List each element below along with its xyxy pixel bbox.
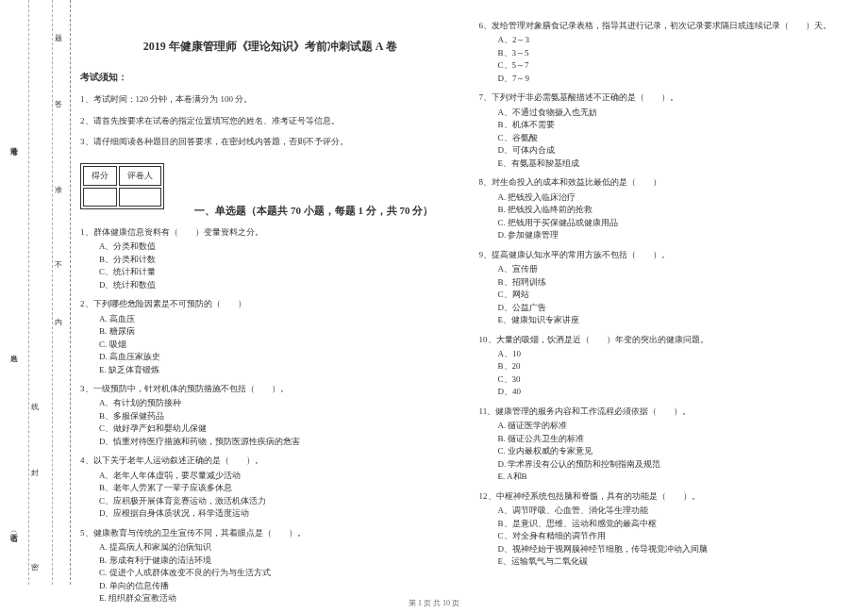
q12-opt-b: B、是意识、思维、运动和感觉的最高中枢 [479, 518, 860, 531]
question-10: 10、大量的吸烟，饮酒是近（ ）年变的突出的健康问题。 A、10 B、20 C、… [479, 333, 860, 399]
right-column: 6、发给管理对象膳食记录表格，指导其进行记录，初次记录要求隔日或连续记录（ ）天… [479, 19, 860, 605]
q4-opt-b: B、老年人劳累了一辈子应该多休息 [80, 482, 460, 495]
question-3-text: 3、一级预防中，针对机体的预防措施不包括（ ）。 [80, 382, 460, 395]
q12-opt-c: C、对全身有精细的调节作用 [479, 530, 860, 543]
q9-opt-d: D、公益广告 [479, 302, 860, 315]
question-12: 12、中枢神经系统包括脑和脊髓，具有的功能是（ ）。 A、调节呼吸、心血管、消化… [479, 489, 860, 569]
q2-opt-c: C. 吸烟 [80, 339, 460, 352]
q11-opt-c: C. 业内最权威的专家意见 [479, 445, 860, 458]
q2-opt-b: B. 糖尿病 [80, 325, 460, 339]
question-8: 8、对生命投入的成本和效益比最低的是（ ） A. 把钱投入临床治疗 B. 把钱投… [479, 175, 860, 241]
q1-opt-b: B、分类和计数 [80, 254, 460, 267]
q7-opt-a: A、不通过食物摄入也无妨 [479, 107, 860, 120]
q6-opt-a: A、2～3 [479, 34, 860, 47]
q1-opt-a: A、分类和数值 [80, 240, 460, 254]
question-11: 11、健康管理的服务内容和工作流程必须依据（ ）。 A. 循证医学的标准 B. … [479, 405, 860, 484]
score-box: 得分 评卷人 [80, 163, 164, 209]
question-5: 5、健康教育与传统的卫生宣传不同，其着眼点是（ ）。 A. 提高病人和家属的治病… [80, 526, 460, 605]
q3-opt-b: B、多服保健药品 [80, 410, 460, 423]
binding-margin: 省（市区） 姓名 准考证号 密 封 线 内 不 准 答 题 [0, 0, 71, 585]
notice-3: 3、请仔细阅读各种题目的回答要求，在密封线内答题，否则不予评分。 [80, 135, 460, 148]
left-column: 2019 年健康管理师《理论知识》考前冲刺试题 A 卷 考试须知： 1、考试时间… [80, 19, 460, 605]
q2-opt-e: E. 缺乏体育锻炼 [80, 364, 460, 377]
q7-opt-c: C、谷氨酸 [479, 132, 860, 145]
question-5-text: 5、健康教育与传统的卫生宣传不同，其着眼点是（ ）。 [80, 526, 460, 539]
q6-opt-d: D、7～9 [479, 73, 860, 86]
question-10-text: 10、大量的吸烟，饮酒是近（ ）年变的突出的健康问题。 [479, 333, 860, 346]
q9-opt-e: E、健康知识专家讲座 [479, 314, 860, 327]
q3-opt-d: D、慎重对待医疗措施和药物，预防医源性疾病的危害 [80, 436, 460, 449]
reviewer-header: 评卷人 [119, 166, 161, 185]
q4-opt-c: C、应积极开展体育竞赛运动，激活机体活力 [80, 495, 460, 508]
q8-opt-b: B. 把钱投入临终前的抢救 [479, 204, 860, 217]
content-area: 2019 年健康管理师《理论知识》考前冲刺试题 A 卷 考试须知： 1、考试时间… [80, 19, 859, 605]
q11-opt-e: E. A和B [479, 471, 860, 484]
q5-opt-d: D. 单向的信息传播 [80, 580, 460, 593]
q11-opt-d: D. 学术界没有公认的预防和控制指南及规范 [479, 458, 860, 472]
q4-opt-d: D、应根据自身体质状况，科学适度运动 [80, 507, 460, 521]
question-3: 3、一级预防中，针对机体的预防措施不包括（ ）。 A、有计划的预防接种 B、多服… [80, 382, 460, 448]
exam-title: 2019 年健康管理师《理论知识》考前冲刺试题 A 卷 [80, 38, 460, 56]
q12-opt-a: A、调节呼吸、心血管、消化等生理功能 [479, 505, 860, 518]
section-1-title: 一、单选题（本题共 70 小题，每题 1 分，共 70 分） [194, 203, 433, 220]
q7-opt-b: B、机体不需要 [479, 119, 860, 132]
score-cell [83, 188, 117, 207]
exam-page: 省（市区） 姓名 准考证号 密 封 线 内 不 准 答 题 2019 年健康管理… [0, 0, 868, 613]
notice-2: 2、请首先按要求在试卷的指定位置填写您的姓名、准考证号等信息。 [80, 114, 460, 127]
q3-opt-c: C、做好孕产妇和婴幼儿保健 [80, 422, 460, 436]
q9-opt-b: B、招聘训练 [479, 276, 860, 290]
question-9-text: 9、提高健康认知水平的常用方族不包括（ ）。 [479, 248, 860, 261]
score-section-row: 得分 评卷人 一、单选题（本题共 70 小题，每题 1 分，共 70 分） [80, 156, 460, 219]
seal-line-2 [52, 0, 53, 585]
question-1: 1、群体健康信息资料有（ ）变量资料之分。 A、分类和数值 B、分类和计数 C、… [80, 225, 460, 291]
q10-opt-c: C、30 [479, 373, 860, 387]
question-2-text: 2、下列哪些危险因素是不可预防的（ ） [80, 297, 460, 310]
question-6-text: 6、发给管理对象膳食记录表格，指导其进行记录，初次记录要求隔日或连续记录（ ）天… [479, 19, 860, 32]
q2-opt-d: D. 高血压家族史 [80, 351, 460, 364]
q10-opt-d: D、40 [479, 386, 860, 399]
score-header: 得分 [83, 166, 117, 185]
q1-opt-c: C、统计和计量 [80, 266, 460, 279]
seal-line-1 [28, 0, 29, 585]
q2-opt-a: A. 高血压 [80, 313, 460, 326]
q7-opt-d: D、可体内合成 [479, 144, 860, 157]
q9-opt-c: C、网站 [479, 289, 860, 302]
q4-opt-a: A、老年人年体虚弱，要尽量减少活动 [80, 470, 460, 483]
reviewer-cell [119, 188, 161, 207]
q12-opt-e: E、运输氧气与二氧化碳 [479, 555, 860, 569]
q5-opt-b: B. 形成有利于健康的清洁环境 [80, 555, 460, 568]
q1-opt-d: D、统计和数值 [80, 279, 460, 292]
question-12-text: 12、中枢神经系统包括脑和脊髓，具有的功能是（ ）。 [479, 489, 860, 503]
q5-opt-c: C. 促进个人或群体改变不良的行为与生活方式 [80, 567, 460, 580]
question-4: 4、以下关于老年人运动叙述正确的是（ ）。 A、老年人年体虚弱，要尽量减少活动 … [80, 454, 460, 520]
question-7: 7、下列对于非必需氨基酸描述不正确的是（ ）。 A、不通过食物摄入也无妨 B、机… [479, 91, 860, 170]
question-1-text: 1、群体健康信息资料有（ ）变量资料之分。 [80, 225, 460, 239]
q12-opt-d: D、视神经始于视网膜神经节细胞，传导视觉冲动入间脑 [479, 543, 860, 556]
question-8-text: 8、对生命投入的成本和效益比最低的是（ ） [479, 175, 860, 189]
q9-opt-a: A、宣传册 [479, 263, 860, 276]
question-9: 9、提高健康认知水平的常用方族不包括（ ）。 A、宣传册 B、招聘训练 C、网站… [479, 248, 860, 327]
q11-opt-a: A. 循证医学的标准 [479, 420, 860, 433]
question-6: 6、发给管理对象膳食记录表格，指导其进行记录，初次记录要求隔日或连续记录（ ）天… [479, 19, 860, 85]
q7-opt-e: E、有氨基和羧基组成 [479, 157, 860, 171]
q8-opt-a: A. 把钱投入临床治疗 [479, 191, 860, 205]
question-11-text: 11、健康管理的服务内容和工作流程必须依据（ ）。 [479, 405, 860, 418]
q8-opt-c: C. 把钱用于买保健品或健康用品 [479, 217, 860, 230]
notice-1: 1、考试时间：120 分钟，本卷满分为 100 分。 [80, 92, 460, 106]
page-footer: 第 1 页 共 10 页 [0, 598, 868, 608]
q3-opt-a: A、有计划的预防接种 [80, 397, 460, 410]
question-7-text: 7、下列对于非必需氨基酸描述不正确的是（ ）。 [479, 91, 860, 104]
q11-opt-b: B. 循证公共卫生的标准 [479, 433, 860, 446]
q5-opt-a: A. 提高病人和家属的治病知识 [80, 541, 460, 555]
q10-opt-b: B、20 [479, 360, 860, 373]
notice-heading: 考试须知： [80, 70, 460, 85]
question-4-text: 4、以下关于老年人运动叙述正确的是（ ）。 [80, 454, 460, 467]
q6-opt-c: C、5～7 [479, 59, 860, 73]
q10-opt-a: A、10 [479, 348, 860, 361]
q8-opt-d: D. 参加健康管理 [479, 229, 860, 242]
question-2: 2、下列哪些危险因素是不可预防的（ ） A. 高血压 B. 糖尿病 C. 吸烟 … [80, 297, 460, 376]
q6-opt-b: B、3～5 [479, 47, 860, 60]
